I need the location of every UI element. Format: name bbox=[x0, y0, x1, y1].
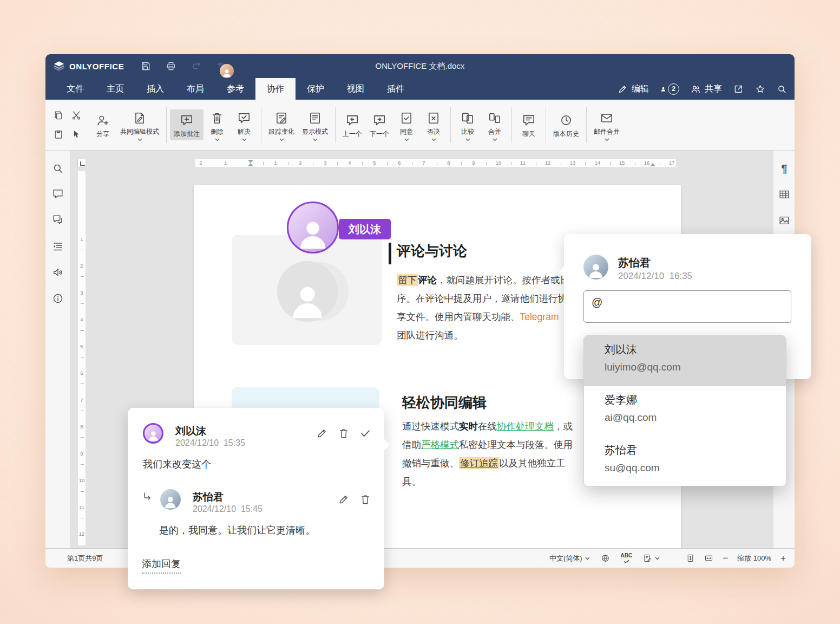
paste-button[interactable] bbox=[50, 125, 67, 144]
users-count: 2 bbox=[668, 83, 679, 95]
text-run: 具。 bbox=[402, 476, 421, 487]
user-icon bbox=[660, 86, 666, 92]
search-button[interactable] bbox=[777, 84, 787, 94]
next-change-button[interactable]: 下一个 bbox=[366, 109, 393, 140]
track-changes-button[interactable]: 跟踪变化 bbox=[265, 107, 298, 143]
tab-layout[interactable]: 布局 bbox=[175, 78, 215, 100]
text-run: 借助 bbox=[402, 439, 421, 450]
delete-comment-icon[interactable] bbox=[338, 427, 350, 439]
select-all-button[interactable] bbox=[68, 125, 85, 144]
toolbar-separator bbox=[546, 107, 546, 143]
bold-run: 实时 bbox=[459, 421, 478, 432]
users-icon bbox=[691, 84, 701, 94]
edit-reply-icon[interactable] bbox=[338, 493, 350, 505]
ruler-mark: 4 bbox=[348, 160, 351, 166]
document-language-button[interactable] bbox=[601, 554, 610, 563]
ruler-mark: 16 bbox=[644, 160, 650, 166]
tab-file[interactable]: 文件 bbox=[55, 78, 95, 100]
tab-references[interactable]: 参考 bbox=[215, 78, 255, 100]
toolbar-separator bbox=[166, 107, 167, 143]
account-avatar[interactable] bbox=[220, 64, 234, 78]
language-selector[interactable]: 中文(简体) bbox=[549, 554, 590, 563]
active-users-badge[interactable]: 2 bbox=[660, 83, 679, 95]
edit-mode-button[interactable]: 编辑 bbox=[618, 83, 649, 95]
mention-suggestion-item[interactable]: 苏怡君 su@qq.com bbox=[584, 437, 786, 486]
accept-change-button[interactable]: 同意 bbox=[393, 107, 420, 143]
text-run: 通过快速模式 bbox=[402, 421, 459, 432]
suggestion-email: ai@qq.com bbox=[605, 412, 786, 424]
navigation-panel-icon[interactable] bbox=[52, 240, 64, 252]
comments-panel-icon[interactable] bbox=[52, 188, 64, 200]
share-toolbar-button[interactable]: 分享 bbox=[89, 109, 116, 140]
highlighted-run: 留下 bbox=[397, 274, 418, 286]
compare-button[interactable]: 比较 bbox=[454, 107, 481, 143]
copy-button[interactable] bbox=[50, 106, 67, 125]
tab-protection[interactable]: 保护 bbox=[296, 78, 336, 100]
zoom-out-button[interactable]: − bbox=[723, 554, 728, 563]
ruler-mark: 1 bbox=[224, 160, 227, 166]
edit-comment-icon[interactable] bbox=[316, 427, 328, 439]
display-mode-button[interactable]: 显示模式 bbox=[298, 107, 332, 143]
ruler-mark: 8 bbox=[80, 424, 83, 430]
spellcheck-button[interactable]: ABC bbox=[621, 553, 633, 563]
zoom-in-button[interactable]: + bbox=[780, 554, 786, 563]
tab-plugins[interactable]: 插件 bbox=[376, 78, 416, 100]
combine-button[interactable]: 合并 bbox=[481, 107, 508, 143]
tab-home[interactable]: 主页 bbox=[95, 78, 135, 100]
tab-view[interactable]: 视图 bbox=[336, 78, 376, 100]
add-comment-button[interactable]: 添加批注 bbox=[170, 109, 204, 140]
collaborator-name-tag: 刘以沫 bbox=[339, 219, 391, 239]
delete-reply-icon[interactable] bbox=[359, 493, 371, 505]
mention-suggestion-item[interactable]: 爱李娜 ai@qq.com bbox=[584, 386, 786, 437]
paragraph-settings-icon[interactable]: ¶ bbox=[778, 162, 790, 174]
chat-panel-icon[interactable] bbox=[52, 213, 64, 225]
table-settings-icon[interactable] bbox=[778, 188, 790, 200]
chat-button[interactable]: 聊天 bbox=[515, 109, 542, 140]
fit-width-button[interactable] bbox=[704, 554, 713, 563]
fit-page-button[interactable] bbox=[686, 554, 695, 563]
suggestion-name: 苏怡君 bbox=[605, 443, 786, 458]
delete-comment-button[interactable]: 删除 bbox=[204, 107, 231, 143]
print-icon[interactable] bbox=[166, 61, 176, 72]
resolve-comment-button[interactable]: 解决 bbox=[231, 107, 258, 143]
ruler-mark: 2 bbox=[80, 263, 83, 269]
compare-label: 比较 bbox=[461, 127, 474, 136]
left-indent-marker[interactable] bbox=[248, 163, 253, 166]
mail-merge-button[interactable]: 邮件合并 bbox=[590, 107, 624, 143]
version-history-button[interactable]: 版本历史 bbox=[549, 109, 583, 140]
reply-text: 是的，我同意。让我们让它更清晰。 bbox=[159, 524, 315, 537]
save-icon[interactable] bbox=[140, 61, 151, 72]
mention-suggestion-item[interactable]: 刘以沫 luiyimo@qq.com bbox=[584, 336, 786, 386]
chevron-down-icon bbox=[313, 138, 318, 141]
add-reply-button[interactable]: 添加回复 bbox=[142, 557, 181, 574]
page-indicator[interactable]: 第1页共9页 bbox=[67, 554, 103, 563]
track-changes-status-button[interactable] bbox=[643, 554, 660, 563]
tab-insert[interactable]: 插入 bbox=[135, 78, 175, 100]
share-button[interactable]: 共享 bbox=[691, 83, 722, 95]
tab-stop-selector[interactable] bbox=[77, 159, 86, 167]
right-indent-marker[interactable] bbox=[650, 163, 655, 166]
coedit-fast-link[interactable]: 协作处理文档 bbox=[497, 421, 554, 432]
image-settings-icon[interactable] bbox=[778, 214, 790, 226]
feedback-panel-icon[interactable] bbox=[52, 266, 64, 278]
coediting-mode-button[interactable]: 共同编辑模式 bbox=[116, 107, 163, 143]
strict-mode-link[interactable]: 严格模式 bbox=[421, 439, 459, 450]
tab-collaboration[interactable]: 协作 bbox=[255, 78, 296, 100]
cut-button[interactable] bbox=[68, 106, 85, 125]
horizontal-ruler[interactable]: 2 1 1 2 3 4 5 6 7 8 9 10 11 12 13 14 15 bbox=[195, 159, 677, 167]
resolve-comment-icon[interactable] bbox=[359, 427, 371, 439]
about-panel-icon[interactable] bbox=[52, 292, 64, 304]
redo-icon[interactable] bbox=[191, 61, 202, 72]
telegram-link[interactable]: Telegram bbox=[520, 311, 559, 322]
mention-input[interactable]: @ bbox=[583, 290, 791, 323]
vertical-ruler[interactable]: 1 2 3 4 5 6 7 8 9 10 11 12 bbox=[77, 171, 86, 546]
toolbar-separator bbox=[261, 107, 261, 143]
ruler-mark: 2 bbox=[299, 160, 301, 166]
ruler-mark: 11 bbox=[520, 160, 526, 166]
reject-change-button[interactable]: 否决 bbox=[420, 107, 447, 143]
open-file-location-button[interactable] bbox=[733, 84, 744, 94]
favorite-button[interactable] bbox=[755, 84, 765, 94]
previous-change-button[interactable]: 上一个 bbox=[339, 109, 366, 140]
search-panel-icon[interactable] bbox=[52, 162, 64, 174]
ruler-mark: 9 bbox=[472, 160, 475, 166]
